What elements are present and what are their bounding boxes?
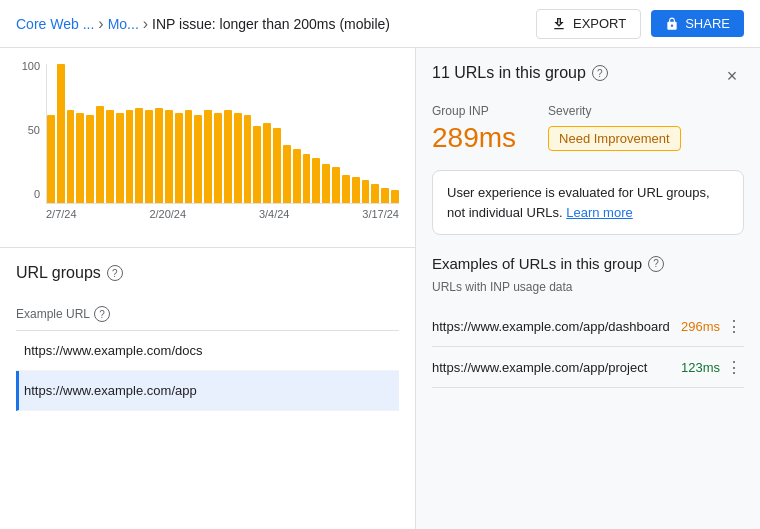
chart-bar <box>362 180 370 203</box>
more-options-icon[interactable]: ⋮ <box>724 357 744 377</box>
url-list: https://www.example.com/docshttps://www.… <box>16 331 399 411</box>
chart-bar <box>381 188 389 203</box>
panel-header: 11 URLs in this group ? × <box>432 64 744 88</box>
group-inp-value: 289ms <box>432 122 516 154</box>
chart-bar <box>253 126 261 203</box>
x-labels: 2/7/24 2/20/24 3/4/24 3/17/24 <box>46 204 399 220</box>
chart-y-labels: 100 50 0 <box>16 60 46 200</box>
chart-bar <box>214 113 222 203</box>
chart-bar <box>47 115 55 203</box>
example-url-value: 296ms <box>681 319 720 334</box>
url-groups-title: URL groups ? <box>16 264 399 282</box>
chart-bar <box>352 177 360 203</box>
chart-bar <box>303 154 311 203</box>
breadcrumb-item-2[interactable]: Mo... <box>108 16 139 32</box>
chart-bar <box>312 158 320 203</box>
bars-container <box>46 64 399 204</box>
chart-bar <box>204 110 212 203</box>
share-button[interactable]: SHARE <box>651 10 744 37</box>
examples-title: Examples of URLs in this group ? <box>432 255 744 272</box>
chart-bar <box>145 110 153 203</box>
header: Core Web ... › Mo... › INP issue: longer… <box>0 0 760 48</box>
examples-help-icon[interactable]: ? <box>648 256 664 272</box>
chart-bar <box>263 123 271 203</box>
chart-bar <box>135 108 143 203</box>
chart-bar <box>194 115 202 203</box>
example-url-value: 123ms <box>681 360 720 375</box>
right-panel: 11 URLs in this group ? × Group INP 289m… <box>415 48 760 529</box>
chart-bar <box>244 115 252 203</box>
chart-bar <box>67 110 75 203</box>
breadcrumb-current: INP issue: longer than 200ms (mobile) <box>152 16 390 32</box>
chart-bar <box>293 149 301 203</box>
chart-bar <box>165 110 173 203</box>
chart-bar <box>283 145 291 203</box>
main-layout: 100 50 0 2/7/24 2/20/24 3/4/24 3/17/24 <box>0 48 760 529</box>
y-label-50: 50 <box>16 124 40 136</box>
example-url-row: https://www.example.com/app/project123ms… <box>432 347 744 388</box>
panel-title: 11 URLs in this group ? <box>432 64 608 82</box>
severity-block: Severity Need Improvement <box>548 104 681 154</box>
chart-bar <box>96 106 104 203</box>
example-urls-list: https://www.example.com/app/dashboard296… <box>432 306 744 388</box>
chart-bar <box>175 113 183 203</box>
chart-bar <box>185 110 193 203</box>
breadcrumb-sep-2: › <box>143 15 148 33</box>
chart-bar <box>322 164 330 203</box>
left-panel: 100 50 0 2/7/24 2/20/24 3/4/24 3/17/24 <box>0 48 415 529</box>
learn-more-link[interactable]: Learn more <box>566 205 632 220</box>
chart-bar <box>126 110 134 203</box>
url-groups-help-icon[interactable]: ? <box>107 265 123 281</box>
breadcrumb: Core Web ... › Mo... › INP issue: longer… <box>16 15 390 33</box>
url-groups-col-header: Example URL ? <box>16 298 399 331</box>
breadcrumb-item-1[interactable]: Core Web ... <box>16 16 94 32</box>
x-label-3: 3/4/24 <box>259 208 290 220</box>
y-label-100: 100 <box>16 60 40 72</box>
y-label-0: 0 <box>16 188 40 200</box>
example-url-text: https://www.example.com/app/dashboard <box>432 319 673 334</box>
chart-bar <box>273 128 281 203</box>
severity-label: Severity <box>548 104 681 118</box>
close-button[interactable]: × <box>720 64 744 88</box>
panel-title-help-icon[interactable]: ? <box>592 65 608 81</box>
lock-icon <box>665 17 679 31</box>
example-url-text: https://www.example.com/app/project <box>432 360 673 375</box>
download-icon <box>551 16 567 32</box>
group-inp-label: Group INP <box>432 104 516 118</box>
chart-bar <box>57 64 65 203</box>
chart-bar <box>371 184 379 203</box>
example-url-row: https://www.example.com/app/dashboard296… <box>432 306 744 347</box>
url-list-item[interactable]: https://www.example.com/docs <box>16 331 399 371</box>
more-options-icon[interactable]: ⋮ <box>724 316 744 336</box>
metrics-row: Group INP 289ms Severity Need Improvemen… <box>432 104 744 154</box>
chart-bar <box>155 108 163 203</box>
chart-bar <box>224 110 232 203</box>
chart-bar <box>332 167 340 203</box>
group-inp-block: Group INP 289ms <box>432 104 516 154</box>
severity-badge: Need Improvement <box>548 126 681 151</box>
header-actions: EXPORT SHARE <box>536 9 744 39</box>
chart-bar <box>116 113 124 203</box>
examples-subtitle: URLs with INP usage data <box>432 280 744 294</box>
chart-bar <box>342 175 350 203</box>
chart-bar <box>76 113 84 203</box>
x-label-2: 2/20/24 <box>149 208 186 220</box>
info-box: User experience is evaluated for URL gro… <box>432 170 744 235</box>
url-list-item[interactable]: https://www.example.com/app <box>16 371 399 411</box>
breadcrumb-sep-1: › <box>98 15 103 33</box>
x-label-1: 2/7/24 <box>46 208 77 220</box>
x-label-4: 3/17/24 <box>362 208 399 220</box>
url-groups-section: URL groups ? Example URL ? https://www.e… <box>0 248 415 529</box>
chart-bar <box>234 113 242 203</box>
examples-section: Examples of URLs in this group ? URLs wi… <box>432 255 744 388</box>
chart-bar <box>391 190 399 203</box>
export-button[interactable]: EXPORT <box>536 9 641 39</box>
chart-area: 100 50 0 2/7/24 2/20/24 3/4/24 3/17/24 <box>0 48 415 248</box>
chart-bar <box>106 110 114 203</box>
example-url-help-icon[interactable]: ? <box>94 306 110 322</box>
chart-bar <box>86 115 94 203</box>
